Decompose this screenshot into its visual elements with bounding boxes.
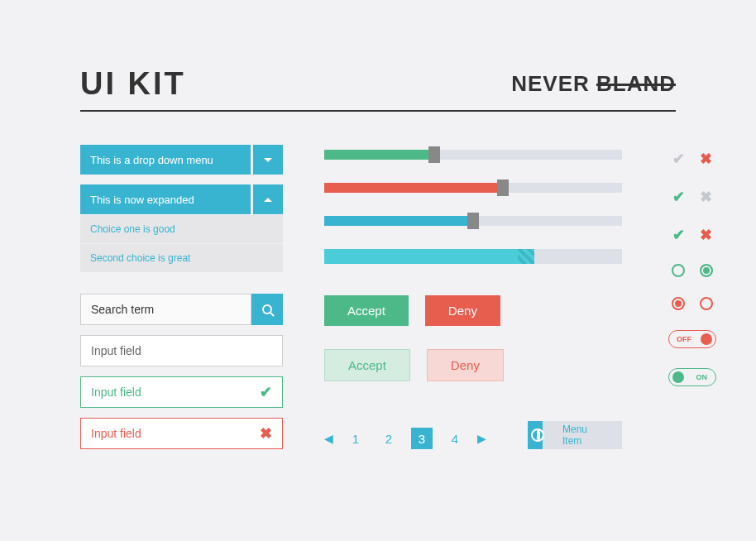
menu-item-label: Menu Item (543, 421, 622, 449)
dropdown-expanded: This is now expanded Choice one is good … (80, 184, 283, 272)
dropdown-choice[interactable]: Second choice is great (80, 244, 283, 272)
slider-green[interactable] (324, 150, 622, 160)
globe-icon (531, 428, 544, 442)
brand-logo: NEVER BLAND (511, 71, 676, 97)
menu-item[interactable]: Menu Item (528, 421, 622, 449)
slider-fill (324, 216, 473, 226)
brand-strike: BLAND (596, 71, 676, 96)
mark-row: ✔ ✖ (672, 150, 712, 168)
dropdown-choice[interactable]: Choice one is good (80, 215, 283, 243)
pagination: ◀ 1 2 3 4 ▶ (324, 428, 486, 449)
progress-bar (324, 249, 622, 264)
dropdown-collapsed[interactable]: This is a drop down menu (80, 145, 283, 175)
page-4[interactable]: 4 (444, 428, 466, 449)
toggle-off-label: OFF (677, 335, 691, 343)
radio-row-green (672, 264, 713, 277)
search-button[interactable] (251, 294, 283, 325)
slider-fill (324, 183, 503, 193)
x-icon[interactable]: ✖ (700, 150, 712, 168)
chevron-up-icon (264, 198, 272, 202)
chevron-down-icon (264, 158, 272, 162)
slider-handle[interactable] (467, 213, 479, 229)
x-icon[interactable]: ✖ (700, 188, 712, 206)
page-3[interactable]: 3 (411, 428, 433, 449)
search-box (80, 294, 283, 325)
slider-red[interactable] (324, 183, 622, 193)
search-input[interactable] (80, 294, 251, 325)
slider-handle[interactable] (497, 180, 509, 196)
toggle-off[interactable]: OFF (668, 330, 716, 348)
progress-fill (324, 249, 518, 264)
radio-row-red (672, 297, 713, 310)
radio-filled[interactable] (672, 297, 685, 310)
accept-button-outline[interactable]: Accept (324, 349, 410, 381)
header: UI KIT NEVER BLAND (80, 66, 676, 112)
toggle-knob (701, 333, 712, 345)
slider-fill (324, 150, 434, 160)
page-title: UI KIT (80, 66, 186, 102)
check-icon[interactable]: ✔ (672, 226, 685, 244)
page-2[interactable]: 2 (378, 428, 400, 449)
dropdown-expanded-label: This is now expanded (80, 184, 251, 214)
check-icon[interactable]: ✔ (672, 150, 685, 168)
toggle-on-label: ON (696, 373, 708, 381)
radio-empty[interactable] (700, 297, 713, 310)
page-next[interactable]: ▶ (477, 432, 486, 445)
x-icon: ✖ (260, 424, 272, 443)
page-prev[interactable]: ◀ (324, 432, 333, 445)
search-icon (262, 304, 272, 314)
accept-button[interactable]: Accept (324, 295, 409, 326)
dropdown-toggle[interactable] (253, 145, 283, 175)
deny-button-outline[interactable]: Deny (427, 349, 504, 381)
brand-prefix: NEVER (511, 71, 596, 96)
input-plain-text: Input field (91, 344, 141, 357)
radio-filled[interactable] (700, 264, 713, 277)
input-plain[interactable]: Input field (80, 335, 283, 366)
toggle-knob (672, 371, 684, 383)
progress-stripe (518, 249, 534, 264)
mark-row: ✔ ✖ (672, 188, 712, 206)
x-icon[interactable]: ✖ (700, 226, 712, 244)
input-invalid[interactable]: Input field ✖ (80, 418, 283, 449)
input-valid[interactable]: Input field ✔ (80, 376, 283, 408)
page-1[interactable]: 1 (345, 428, 366, 449)
check-icon: ✔ (260, 383, 272, 401)
dropdown-collapse[interactable] (253, 184, 283, 214)
toggle-on[interactable]: ON (668, 368, 716, 386)
dropdown-expanded-header[interactable]: This is now expanded (80, 184, 283, 214)
slider-blue[interactable] (324, 216, 622, 226)
input-valid-text: Input field (91, 385, 141, 399)
radio-empty[interactable] (672, 264, 685, 277)
slider-handle[interactable] (428, 146, 440, 163)
dropdown-label: This is a drop down menu (80, 145, 251, 175)
check-icon[interactable]: ✔ (672, 188, 685, 206)
input-invalid-text: Input field (91, 427, 141, 440)
deny-button[interactable]: Deny (425, 295, 500, 326)
mark-row: ✔ ✖ (672, 226, 712, 244)
